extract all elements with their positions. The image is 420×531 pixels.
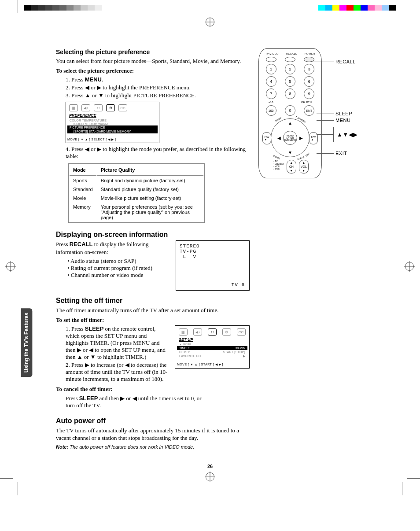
callout-menu: MENU: [335, 118, 350, 123]
step: 2. Press ◀ or ▶ to highlight the PREFERE…: [66, 84, 250, 91]
side-tab: Using the TV's Features: [21, 308, 32, 377]
callout-sleep: SLEEP: [335, 111, 352, 116]
para: Press RECALL to display the following in…: [56, 240, 170, 256]
step: 3. Press ▲ or ▼ to highlight PICTURE PRE…: [66, 92, 250, 99]
subhead: To set the off timer:: [56, 316, 250, 324]
remote-recall-btn: [285, 57, 295, 62]
remote-diagram: TV/VIDEORECALLPOWER 123 456 789 +10CH RT…: [258, 48, 364, 178]
para: The off timer automatically turns off th…: [56, 306, 250, 314]
heading-osd-info: Displaying on-screen information: [56, 231, 250, 239]
mode-table: ModePicture Quality SportsBright and dyn…: [68, 163, 205, 223]
bullet: Channel number or video mode: [67, 272, 170, 279]
step: 2. Press ▶ to increase (or ◀ to decrease…: [66, 361, 170, 383]
osd-setup: ▦◀♪↕↕ ⚙CC SET UP ▲ MORE TIMER:30 MIN DEM…: [175, 325, 250, 369]
callout-arrows: ▲▼◀▶: [337, 131, 358, 138]
bullet: Rating of current program (if rated): [67, 265, 170, 272]
step: 1. Press MENU.: [66, 76, 250, 83]
osd-recall: STEREO TV-PG L V TV 6: [176, 240, 250, 291]
remote-dpad: SLEEP TOP MENU MENU/ ENTER DVD MENU ▲ ▼ …: [271, 118, 309, 157]
osd-preference: ▦◀♪↕↕ ⚙CC PREFERENCE COLOR TEMPERATURE […: [66, 102, 159, 143]
page-number: 26: [56, 464, 364, 469]
para: The TV turns off automatically after app…: [56, 427, 245, 442]
step: 4. Press ◀ or ▶ to highlight the mode yo…: [66, 146, 250, 160]
note: Note: The auto power off feature does no…: [56, 444, 250, 450]
para: You can select from four picture modes—S…: [56, 57, 250, 65]
callout-exit: EXIT: [335, 151, 347, 156]
heading-picture-pref: Selecting the picture preference: [56, 48, 250, 55]
subhead: To select the picture preference:: [56, 67, 250, 75]
heading-off-timer: Setting the off timer: [56, 297, 250, 305]
step: Press SLEEP and then ▶ or ◀ until the ti…: [66, 395, 211, 409]
bullet: Audio status (stereo or SAP): [67, 258, 170, 265]
subhead: To cancel the off timer:: [56, 385, 250, 393]
heading-auto-power: Auto power off: [56, 417, 250, 425]
callout-recall: RECALL: [335, 59, 356, 64]
step: 1. Press SLEEP on the remote control, wh…: [66, 325, 170, 361]
